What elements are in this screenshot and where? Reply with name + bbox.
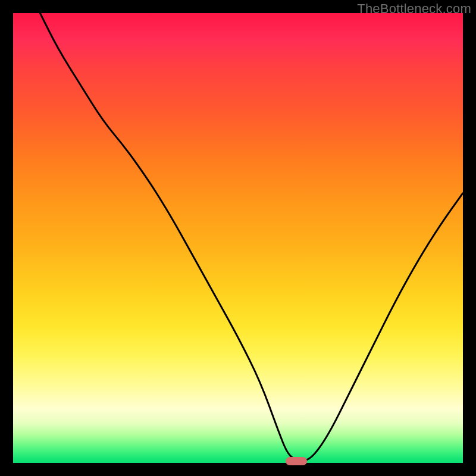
- plot-area: [13, 13, 463, 463]
- bottleneck-curve: [13, 13, 463, 463]
- chart-frame: TheBottleneck.com: [0, 0, 476, 476]
- optimum-marker: [286, 457, 307, 465]
- watermark-text: TheBottleneck.com: [357, 1, 471, 17]
